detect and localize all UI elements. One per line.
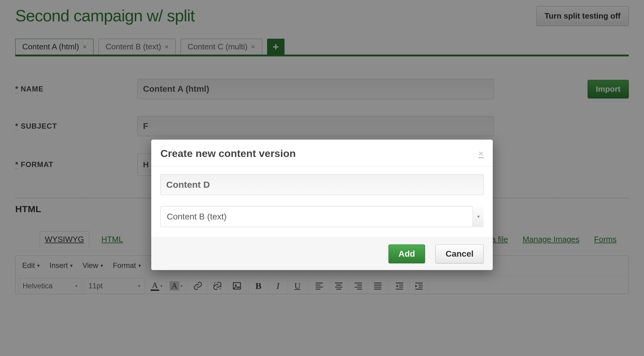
copy-from-select[interactable]: Content B (text) — [160, 206, 484, 227]
copy-from-select-wrap: Content B (text) ▾ — [160, 206, 484, 227]
add-button[interactable]: Add — [388, 244, 425, 263]
cancel-button[interactable]: Cancel — [435, 244, 484, 263]
modal-body: Content B (text) ▾ — [151, 166, 493, 238]
modal-close-button[interactable]: × — [478, 149, 484, 158]
modal-overlay[interactable]: Create new content version × Content B (… — [0, 0, 644, 356]
modal-footer: Add Cancel — [151, 238, 493, 270]
new-version-name-input[interactable] — [160, 174, 484, 195]
modal-header: Create new content version × — [151, 140, 493, 166]
modal-title: Create new content version — [160, 148, 296, 159]
create-content-version-modal: Create new content version × Content B (… — [151, 140, 493, 270]
